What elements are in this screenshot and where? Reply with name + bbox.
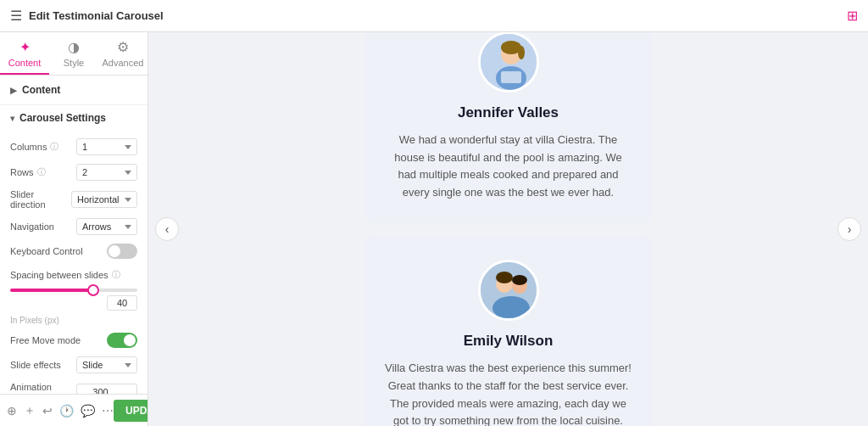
slide-effects-control[interactable]: SlideFade [76, 356, 137, 373]
spacing-info-icon: ⓘ [112, 269, 120, 281]
hamburger-icon[interactable]: ☰ [10, 8, 22, 24]
carousel-nav-right[interactable]: › [837, 217, 861, 241]
spacing-label: Spacing between slides ⓘ [10, 269, 120, 281]
page-title: Edit Testimonial Carousel [29, 9, 164, 22]
free-move-label: Free Move mode [10, 335, 81, 345]
tab-advanced[interactable]: ⚙ Advanced [98, 32, 147, 75]
avatar-svg-1 [481, 262, 539, 321]
card-text-1: Villa Ciestra was the best experience th… [385, 360, 632, 426]
spacing-slider-fill [10, 289, 93, 292]
columns-control[interactable]: 123 [76, 138, 137, 155]
grid-icon[interactable]: ⊞ [847, 8, 858, 24]
tab-content[interactable]: ✦ Content [0, 32, 49, 75]
panel-tabs: ✦ Content ◑ Style ⚙ Advanced [0, 32, 147, 76]
spacing-slider-row: 40 [0, 287, 147, 314]
content-section-label: Content [22, 84, 60, 96]
slider-direction-select[interactable]: HorizontalVertical [71, 191, 137, 208]
testimonial-card-1: Emily Wilson Villa Ciestra was the best … [364, 236, 653, 426]
rows-info-icon: ⓘ [37, 166, 46, 178]
free-move-toggle[interactable] [107, 333, 137, 348]
slider-direction-row: Slider direction HorizontalVertical [0, 185, 147, 214]
slide-effects-row: Slide effects SlideFade [0, 352, 147, 378]
settings-icon[interactable]: ⊕ [7, 404, 17, 418]
carousel-settings-header[interactable]: ▾ Carousel Settings [0, 104, 147, 131]
carousel-settings-body: Columns ⓘ 123 Rows ⓘ [0, 131, 147, 394]
keyboard-control-toggle[interactable] [107, 244, 137, 259]
carousel-nav-left[interactable]: ‹ [155, 217, 179, 241]
animation-speed-label: Animation Speed [10, 382, 76, 394]
spacing-slider-track[interactable] [10, 289, 137, 292]
spacing-value-row: 40 [10, 295, 137, 311]
card-name-1: Emily Wilson [464, 333, 554, 350]
update-button[interactable]: UPDATE [114, 400, 148, 422]
slide-effects-select[interactable]: SlideFade [76, 356, 137, 373]
spacing-value: 40 [107, 295, 137, 311]
add-icon[interactable]: ＋ [24, 403, 36, 418]
tab-style[interactable]: ◑ Style [49, 32, 98, 75]
rows-row: Rows ⓘ 123 [0, 160, 147, 185]
columns-info-icon: ⓘ [50, 141, 58, 153]
svg-point-10 [496, 272, 513, 283]
avatar-svg-0 [481, 34, 539, 92]
animation-speed-row: Animation Speed [0, 378, 147, 394]
canvas-area: ‹ › Jennif [148, 32, 868, 426]
cards-container: Jennifer Valles We had a wonderful stay … [364, 32, 653, 426]
tab-content-label: Content [8, 58, 42, 68]
navigation-label: Navigation [10, 221, 54, 232]
navigation-select[interactable]: ArrowsDotsNone [76, 218, 137, 235]
rows-label: Rows ⓘ [10, 166, 46, 178]
avatar-0 [478, 32, 539, 92]
update-btn-group: UPDATE ▾ [114, 400, 148, 422]
main-layout: ✦ Content ◑ Style ⚙ Advanced ▶ Content ▾ [0, 32, 868, 426]
slide-effects-label: Slide effects [10, 360, 61, 370]
content-tab-icon: ✦ [19, 39, 31, 55]
advanced-tab-icon: ⚙ [117, 39, 129, 55]
top-bar-left: ☰ Edit Testimonial Carousel [10, 8, 164, 24]
animation-speed-control[interactable] [76, 384, 137, 394]
columns-row: Columns ⓘ 123 [0, 134, 147, 160]
top-bar: ☰ Edit Testimonial Carousel ⊞ [0, 0, 868, 32]
testimonial-card-0: Jennifer Valles We had a wonderful stay … [364, 32, 653, 222]
card-name-0: Jennifer Valles [458, 104, 559, 121]
svg-point-4 [518, 46, 525, 59]
keyboard-control-row: Keyboard Control [0, 239, 147, 263]
svg-point-9 [492, 296, 530, 320]
avatar-1 [478, 260, 539, 321]
style-tab-icon: ◑ [68, 39, 80, 55]
undo-icon[interactable]: ↩ [42, 404, 53, 418]
svg-rect-5 [501, 71, 521, 83]
free-move-row: Free Move mode [0, 328, 147, 352]
slider-direction-label: Slider direction [10, 189, 71, 210]
tab-advanced-label: Advanced [103, 58, 144, 68]
panel-content: ▶ Content ▾ Carousel Settings Columns ⓘ [0, 76, 147, 394]
bottom-icons: ⊕ ＋ ↩ 🕐 💬 ⋯ [7, 403, 114, 418]
in-pixels-label: In Pixels (px) [0, 314, 147, 328]
columns-select[interactable]: 123 [76, 138, 137, 155]
carousel-settings-label: Carousel Settings [19, 112, 106, 124]
keyboard-control-label: Keyboard Control [10, 246, 83, 256]
columns-label: Columns ⓘ [10, 141, 58, 153]
slider-direction-control[interactable]: HorizontalVertical [71, 191, 137, 208]
svg-point-11 [512, 275, 527, 285]
tab-style-label: Style [64, 58, 84, 68]
animation-speed-input[interactable] [76, 384, 137, 394]
spacing-label-row: Spacing between slides ⓘ [0, 263, 147, 287]
rows-select[interactable]: 123 [76, 164, 137, 181]
carousel-arrow-icon: ▾ [10, 114, 14, 123]
comment-icon[interactable]: 💬 [81, 404, 95, 418]
navigation-row: Navigation ArrowsDotsNone [0, 214, 147, 239]
spacing-slider-thumb[interactable] [87, 284, 99, 296]
content-arrow-icon: ▶ [10, 86, 17, 95]
left-panel: ✦ Content ◑ Style ⚙ Advanced ▶ Content ▾ [0, 32, 148, 426]
history-icon[interactable]: 🕐 [59, 404, 74, 418]
navigation-control[interactable]: ArrowsDotsNone [76, 218, 137, 235]
content-section-header[interactable]: ▶ Content [0, 76, 147, 104]
bottom-bar: ⊕ ＋ ↩ 🕐 💬 ⋯ UPDATE ▾ [0, 394, 147, 426]
more-icon[interactable]: ⋯ [102, 404, 114, 418]
card-text-0: We had a wonderful stay at villa Ciestra… [385, 132, 632, 202]
rows-control[interactable]: 123 [76, 164, 137, 181]
